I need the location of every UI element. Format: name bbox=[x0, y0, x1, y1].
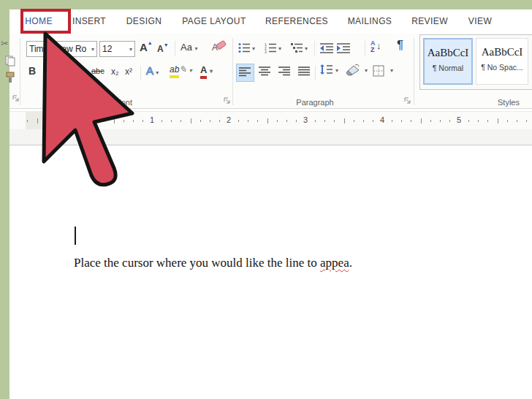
ruler-tick bbox=[219, 120, 220, 122]
ruler-tick bbox=[171, 120, 172, 122]
grow-font-button[interactable]: A▲ bbox=[140, 40, 153, 53]
ribbon: ✂ Times New Ro ▾ 12 ▾ A▲ A▼ Aa ▾ A B abc bbox=[10, 34, 532, 109]
shading-bucket-icon[interactable] bbox=[345, 64, 362, 77]
ruler-tick bbox=[47, 120, 48, 122]
ruler-tick bbox=[123, 120, 124, 122]
decrease-indent-icon[interactable] bbox=[320, 42, 333, 53]
ruler-tick bbox=[478, 120, 479, 122]
bullet-list-icon[interactable] bbox=[238, 42, 251, 53]
borders-icon[interactable] bbox=[373, 65, 384, 77]
ruler-tick bbox=[66, 120, 66, 122]
ruler-tick bbox=[191, 118, 191, 123]
font-color-button[interactable]: A ▾ bbox=[200, 64, 213, 79]
ruler-tick bbox=[354, 120, 354, 122]
ruler-tick bbox=[411, 120, 411, 122]
chevron-down-icon[interactable]: ▾ bbox=[91, 46, 94, 53]
ruler-tick bbox=[27, 120, 28, 122]
chevron-down-icon[interactable]: ▾ bbox=[129, 46, 132, 53]
multilevel-list-icon[interactable] bbox=[291, 42, 303, 53]
ruler-tick bbox=[517, 120, 517, 122]
chevron-down-icon[interactable]: ▾ bbox=[305, 45, 308, 52]
tab-insert[interactable]: INSERT bbox=[72, 16, 106, 26]
pilcrow-button[interactable]: ¶ bbox=[397, 38, 403, 53]
clipboard-dialog-launcher-icon[interactable] bbox=[12, 95, 19, 102]
document-text[interactable]: Place the cursor where you would like th… bbox=[74, 256, 352, 270]
tab-view[interactable]: VIEW bbox=[468, 16, 492, 26]
line-spacing-button[interactable] bbox=[320, 64, 332, 75]
ruler-ticks: 12345 bbox=[10, 112, 532, 129]
font-size-combobox[interactable]: 12 ▾ bbox=[99, 41, 135, 57]
chevron-down-icon[interactable]: ▾ bbox=[335, 67, 338, 74]
ruler-inch-number: 3 bbox=[303, 115, 308, 124]
text-highlight-button[interactable]: ab✎ ▾ bbox=[170, 64, 192, 78]
styles-group-label: Styles bbox=[498, 98, 520, 107]
horizontal-ruler[interactable]: 12345 bbox=[10, 111, 532, 130]
style-sample-text: AaBbCcI bbox=[476, 46, 528, 58]
word-window: HOME INSERT DESIGN PAGE LAYOUT REFERENCE… bbox=[0, 0, 532, 399]
chevron-down-icon[interactable]: ▾ bbox=[278, 45, 281, 52]
ruler-tick bbox=[392, 120, 392, 122]
chevron-down-icon[interactable]: ▾ bbox=[252, 45, 255, 52]
ruler-tick bbox=[75, 118, 76, 123]
ruler-tick bbox=[334, 120, 335, 122]
ruler-tick bbox=[315, 120, 316, 122]
ruler-tick bbox=[430, 120, 431, 122]
justify-icon[interactable] bbox=[298, 66, 310, 77]
align-left-button[interactable] bbox=[236, 64, 254, 82]
style-normal[interactable]: AaBbCcI ¶ Normal bbox=[423, 38, 473, 85]
ruler-inch-number: 5 bbox=[457, 115, 461, 124]
divider bbox=[175, 41, 175, 56]
ruler-tick bbox=[440, 120, 441, 122]
text-effects-button[interactable]: A ▾ bbox=[146, 64, 159, 77]
tab-review[interactable]: REVIEW bbox=[411, 16, 448, 26]
strikethrough-button[interactable]: abc bbox=[91, 66, 104, 75]
superscript-button[interactable]: x² bbox=[125, 66, 132, 77]
ruler-inch-number: 1 bbox=[150, 115, 154, 124]
group-divider bbox=[414, 38, 414, 105]
ruler-inch-number: 4 bbox=[380, 115, 384, 124]
ruler-tick bbox=[94, 120, 95, 122]
style-name-label: ¶ No Spac... bbox=[476, 63, 528, 72]
format-painter-icon[interactable] bbox=[5, 72, 15, 83]
chevron-down-icon[interactable]: ▾ bbox=[390, 67, 393, 74]
ruler-tick bbox=[498, 118, 498, 123]
ruler-tick bbox=[133, 120, 134, 122]
style-name-label: ¶ Normal bbox=[425, 64, 471, 72]
align-center-icon[interactable] bbox=[259, 66, 270, 77]
font-dialog-launcher-icon[interactable] bbox=[224, 97, 230, 104]
ribbon-tab-bar: HOME INSERT DESIGN PAGE LAYOUT REFERENCE… bbox=[10, 10, 532, 34]
clear-formatting-icon[interactable]: A bbox=[211, 39, 227, 54]
align-right-icon[interactable] bbox=[278, 66, 290, 77]
increase-indent-icon[interactable] bbox=[337, 42, 350, 53]
document-page[interactable] bbox=[10, 145, 532, 399]
subscript-button[interactable]: x₂ bbox=[111, 66, 119, 77]
paragraph-group-label: Paragraph bbox=[296, 98, 333, 107]
shrink-font-button[interactable]: A▼ bbox=[157, 42, 169, 54]
copy-icon[interactable] bbox=[5, 56, 15, 66]
ruler-tick bbox=[373, 120, 373, 122]
style-sample-text: AaBbCcI bbox=[425, 47, 471, 59]
paragraph-dialog-launcher-icon[interactable] bbox=[404, 97, 411, 104]
style-no-spacing[interactable]: AaBbCcI ¶ No Spac... bbox=[476, 38, 528, 85]
ruler-tick bbox=[200, 120, 201, 122]
font-name-combobox[interactable]: Times New Ro ▾ bbox=[26, 41, 97, 57]
tab-page-layout[interactable]: PAGE LAYOUT bbox=[182, 16, 246, 26]
ruler-tick bbox=[449, 120, 450, 122]
home-tab-highlight-box bbox=[20, 9, 71, 34]
cut-icon[interactable]: ✂ bbox=[1, 38, 18, 50]
sort-button[interactable]: A Z ↓ bbox=[370, 39, 387, 56]
tab-references[interactable]: REFERENCES bbox=[265, 16, 328, 26]
tab-design[interactable]: DESIGN bbox=[126, 16, 162, 26]
desktop-strip-top bbox=[0, 0, 532, 10]
ruler-tick bbox=[267, 118, 268, 123]
ruler-tick bbox=[104, 120, 104, 122]
bold-button[interactable]: B bbox=[28, 65, 36, 77]
ruler-tick bbox=[468, 120, 469, 122]
styles-gallery: AaBbCcI ¶ Normal AaBbCcI ¶ No Spac... bbox=[419, 34, 532, 90]
ruler-tick bbox=[344, 118, 345, 123]
chevron-down-icon[interactable]: ▾ bbox=[365, 67, 368, 74]
tab-mailings[interactable]: MAILINGS bbox=[348, 16, 392, 26]
change-case-button[interactable]: Aa ▾ bbox=[180, 42, 198, 53]
svg-text:3: 3 bbox=[265, 50, 267, 53]
numbered-list-icon[interactable]: 123 bbox=[265, 42, 277, 53]
